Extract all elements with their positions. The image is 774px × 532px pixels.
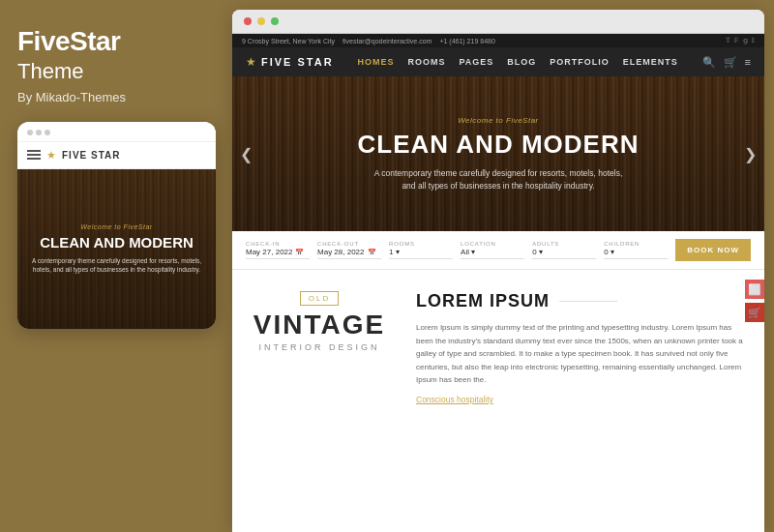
hero-next-button[interactable]: ❯: [744, 145, 757, 163]
adults-label: ADULTS: [532, 241, 596, 247]
nav-link-homes[interactable]: HOMES: [357, 57, 394, 67]
mobile-logo-text: FIVE STAR: [62, 150, 120, 161]
booking-rooms: ROOMS 1 ▾: [389, 241, 453, 259]
floating-icons: ⬜ 🛒: [745, 280, 764, 322]
browser-dot-green[interactable]: [271, 17, 279, 25]
search-icon[interactable]: 🔍: [702, 56, 716, 69]
site-preview: 9 Crosby Street, New York City fivestar@…: [232, 34, 764, 532]
cart-icon[interactable]: 🛒: [724, 56, 737, 69]
nav-link-portfolio[interactable]: PORTFOLIO: [550, 57, 610, 67]
location-value[interactable]: All ▾: [461, 248, 524, 259]
book-now-button[interactable]: BOOK NOW: [675, 239, 751, 261]
mobile-nav: ★ FIVE STAR: [17, 142, 216, 169]
nav-link-blog[interactable]: BLOG: [507, 57, 536, 67]
mobile-nav-left: ★ FIVE STAR: [27, 149, 120, 162]
brand-subtitle: Theme: [17, 59, 83, 84]
location-label: LOCATION: [461, 241, 524, 247]
checkin-value[interactable]: May 27, 2022 📅: [246, 248, 310, 259]
content-vintage-section: OLD VINTAGE INTERIOR DESIGN: [232, 270, 406, 532]
site-topbar-right: 𝕋 𝔽 𝕘 𝕀: [726, 37, 755, 44]
mobile-preview: ★ FIVE STAR Welcome to FiveStar CLEAN AN…: [17, 122, 216, 329]
site-content: OLD VINTAGE INTERIOR DESIGN LOREM IPSUM …: [232, 270, 764, 532]
hero-prev-button[interactable]: ❮: [240, 145, 253, 163]
nav-logo-text: FIVE STAR: [261, 56, 334, 68]
mobile-dot-2: [36, 130, 42, 135]
mobile-logo-star: ★: [46, 149, 56, 162]
nav-link-elements[interactable]: ELEMENTS: [623, 57, 678, 67]
mobile-dot-3: [45, 130, 50, 135]
booking-bar: CHECK-IN May 27, 2022 📅 CHECK-OUT May 28…: [232, 231, 764, 270]
brand-by: By Mikado-Themes: [17, 90, 126, 104]
site-topbar: 9 Crosby Street, New York City fivestar@…: [232, 34, 764, 47]
booking-adults: ADULTS 0 ▾: [532, 241, 596, 259]
hamburger-icon[interactable]: [27, 150, 41, 160]
mobile-welcome: Welcome to FiveStar: [80, 223, 152, 230]
float-icon-1[interactable]: ⬜: [745, 280, 764, 299]
site-logo: ★ FIVE STAR: [246, 55, 334, 69]
left-panel: FiveStar Theme By Mikado-Themes ★ FIVE S…: [0, 0, 232, 532]
social-gplus[interactable]: 𝕘: [743, 37, 748, 44]
topbar-address: 9 Crosby Street, New York City: [242, 38, 335, 44]
checkout-label: CHECK-OUT: [317, 241, 381, 247]
content-heading: LOREM IPSUM: [416, 291, 550, 311]
children-value[interactable]: 0 ▾: [604, 248, 668, 259]
mobile-dot-1: [27, 130, 33, 135]
vintage-badge: OLD: [300, 291, 339, 306]
vintage-sub: INTERIOR DESIGN: [258, 342, 379, 352]
content-body: Lorem Ipsum is simply dummy text of the …: [416, 321, 751, 387]
mobile-topbar: [17, 122, 216, 142]
mobile-headline: CLEAN AND MODERN: [40, 234, 194, 251]
mobile-hero: Welcome to FiveStar CLEAN AND MODERN A c…: [17, 169, 216, 329]
adults-value[interactable]: 0 ▾: [532, 248, 596, 259]
site-hero: ❮ Welcome to FiveStar CLEAN AND MODERN A…: [232, 76, 764, 231]
site-nav-links: HOMES ROOMS PAGES BLOG PORTFOLIO ELEMENT…: [357, 57, 677, 67]
checkin-label: CHECK-IN: [246, 241, 310, 247]
social-instagram[interactable]: 𝕀: [752, 37, 755, 44]
nav-link-rooms[interactable]: ROOMS: [407, 57, 445, 67]
booking-checkin: CHECK-IN May 27, 2022 📅: [246, 241, 310, 259]
topbar-email: fivestar@qodeinteractive.com: [342, 38, 432, 44]
nav-link-pages[interactable]: PAGES: [459, 57, 493, 67]
heading-divider: [559, 301, 617, 303]
browser-dot-yellow[interactable]: [257, 17, 265, 25]
site-nav-actions: 🔍 🛒 ≡: [702, 56, 751, 69]
nav-star-icon: ★: [246, 55, 256, 69]
hero-subtext: A contemporary theme carefully designed …: [374, 167, 623, 192]
float-cart-icon[interactable]: 🛒: [745, 303, 764, 322]
right-panel: 9 Crosby Street, New York City fivestar@…: [232, 10, 764, 532]
booking-children: CHILDREN 0 ▾: [604, 241, 668, 259]
social-facebook[interactable]: 𝔽: [734, 37, 739, 44]
content-link[interactable]: Conscious hospitality: [416, 395, 751, 404]
booking-checkout: CHECK-OUT May 28, 2022 📅: [317, 241, 381, 259]
menu-icon[interactable]: ≡: [745, 56, 751, 68]
rooms-label: ROOMS: [389, 241, 453, 247]
mobile-dots: [27, 130, 50, 135]
children-label: CHILDREN: [604, 241, 668, 247]
content-text-section: LOREM IPSUM Lorem Ipsum is simply dummy …: [406, 270, 764, 532]
brand-title: FiveStar: [17, 27, 121, 57]
mobile-subtext: A contemporary theme carefully designed …: [29, 256, 204, 274]
topbar-phone: +1 (461) 219 8480: [439, 38, 494, 44]
browser-chrome: [232, 10, 764, 34]
hero-headline: CLEAN AND MODERN: [358, 130, 640, 160]
site-topbar-left: 9 Crosby Street, New York City fivestar@…: [242, 38, 495, 44]
booking-location: LOCATION All ▾: [461, 241, 524, 259]
hero-welcome: Welcome to FiveStar: [458, 116, 539, 125]
browser-dot-red[interactable]: [244, 17, 252, 25]
checkout-value[interactable]: May 28, 2022 📅: [317, 248, 381, 259]
site-nav: ★ FIVE STAR HOMES ROOMS PAGES BLOG PORTF…: [232, 47, 764, 76]
vintage-title: VINTAGE: [253, 310, 385, 340]
social-twitter[interactable]: 𝕋: [726, 37, 730, 44]
content-heading-row: LOREM IPSUM: [416, 291, 751, 311]
site-content-wrapper: OLD VINTAGE INTERIOR DESIGN LOREM IPSUM …: [232, 270, 764, 532]
rooms-value[interactable]: 1 ▾: [389, 248, 453, 259]
